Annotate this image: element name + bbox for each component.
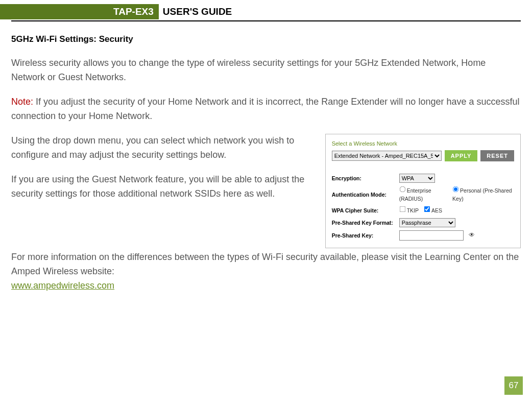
psk-format-label: Pre-Shared Key Format: bbox=[332, 219, 397, 227]
page-header: TAP-EX3 USER'S GUIDE bbox=[0, 4, 521, 19]
cipher-aes-checkbox[interactable] bbox=[424, 206, 430, 212]
auth-personal-text: Personal (Pre-Shared Key) bbox=[452, 187, 512, 202]
dropdown-paragraph: Using the drop down menu, you can select… bbox=[11, 134, 317, 162]
encryption-select[interactable]: WPA bbox=[399, 174, 435, 183]
cipher-value: TKIP AES bbox=[399, 206, 514, 215]
auth-value: Enterprise (RADIUS) Personal (Pre-Shared… bbox=[399, 186, 514, 203]
psk-value: 👁 bbox=[399, 230, 514, 241]
cipher-tkip-option[interactable]: TKIP bbox=[399, 206, 419, 215]
encryption-value: WPA bbox=[399, 174, 514, 183]
auth-label: Authentication Mode: bbox=[332, 191, 397, 199]
cipher-aes-text: AES bbox=[431, 207, 442, 213]
psk-format-value: Passphrase bbox=[399, 218, 514, 227]
psk-label: Pre-Shared Key: bbox=[332, 231, 397, 240]
psk-input[interactable] bbox=[399, 230, 464, 241]
footer-text: For more information on the differences … bbox=[11, 252, 519, 276]
left-column: Using the drop down menu, you can select… bbox=[11, 134, 317, 211]
footer-paragraph: For more information on the differences … bbox=[11, 250, 521, 293]
network-select[interactable]: Extended Network - Amped_REC15A_5.0 bbox=[332, 151, 442, 161]
cipher-label: WPA Cipher Suite: bbox=[332, 206, 397, 215]
auth-radius-option[interactable]: Enterprise (RADIUS) bbox=[399, 186, 448, 203]
panel-top-row: Extended Network - Amped_REC15A_5.0 APPL… bbox=[332, 150, 514, 161]
two-column-row: Using the drop down menu, you can select… bbox=[11, 134, 521, 248]
panel-spacer bbox=[332, 164, 514, 174]
auth-personal-option[interactable]: Personal (Pre-Shared Key) bbox=[452, 186, 514, 203]
panel-form: Encryption: WPA Authentication Mode: Ent… bbox=[332, 174, 514, 241]
auth-personal-radio[interactable] bbox=[453, 186, 459, 193]
header-stripe bbox=[0, 4, 11, 19]
eye-icon[interactable]: 👁 bbox=[469, 230, 475, 240]
settings-panel-wrap: Select a Wireless Network Extended Netwo… bbox=[325, 134, 521, 248]
note-label: Note: bbox=[11, 97, 33, 107]
panel-select-label: Select a Wireless Network bbox=[332, 139, 514, 148]
encryption-label: Encryption: bbox=[332, 174, 397, 182]
auth-radius-radio[interactable] bbox=[399, 186, 405, 193]
doc-title: USER'S GUIDE bbox=[159, 4, 232, 19]
product-badge: TAP-EX3 bbox=[11, 4, 159, 19]
reset-button[interactable]: RESET bbox=[480, 150, 514, 161]
page-content: 5GHz Wi-Fi Settings: Security Wireless s… bbox=[0, 21, 532, 293]
section-heading: 5GHz Wi-Fi Settings: Security bbox=[11, 33, 521, 46]
cipher-tkip-text: TKIP bbox=[407, 207, 419, 213]
note-paragraph: Note: If you adjust the security of your… bbox=[11, 95, 521, 124]
intro-paragraph: Wireless security allows you to change t… bbox=[11, 56, 521, 85]
guest-paragraph: If you are using the Guest Network featu… bbox=[11, 173, 317, 201]
note-text: If you adjust the security of your Home … bbox=[11, 97, 520, 121]
settings-panel: Select a Wireless Network Extended Netwo… bbox=[325, 134, 521, 248]
page-number-badge: 67 bbox=[504, 376, 523, 395]
cipher-tkip-checkbox[interactable] bbox=[399, 206, 405, 212]
psk-format-select[interactable]: Passphrase bbox=[399, 218, 455, 227]
cipher-aes-option[interactable]: AES bbox=[424, 206, 442, 215]
apply-button[interactable]: APPLY bbox=[445, 150, 478, 161]
website-link[interactable]: www.ampedwireless.com bbox=[11, 280, 114, 291]
